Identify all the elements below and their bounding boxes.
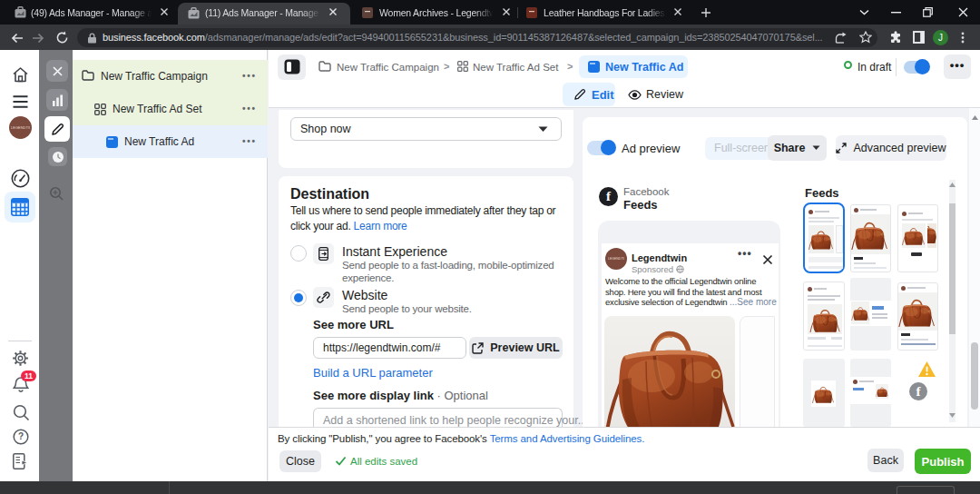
svg-text:?: ?: [18, 431, 24, 441]
